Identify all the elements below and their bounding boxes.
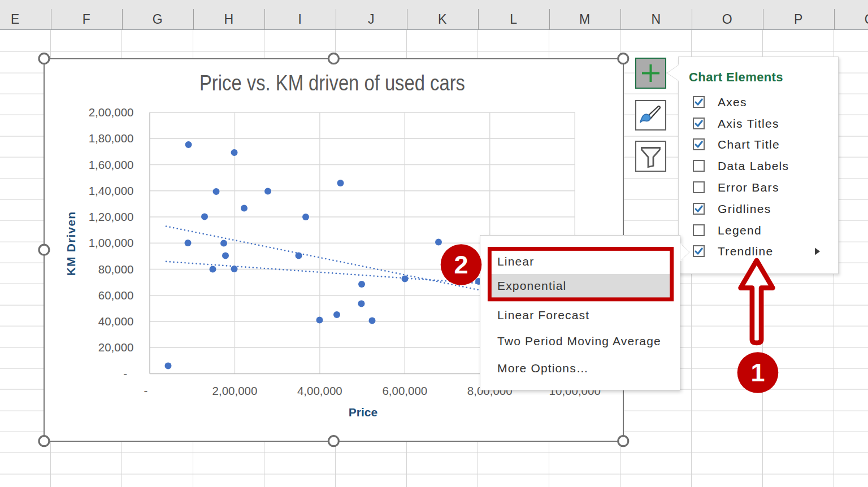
svg-text:1: 1 xyxy=(750,358,765,387)
svg-text:2: 2 xyxy=(454,250,468,279)
